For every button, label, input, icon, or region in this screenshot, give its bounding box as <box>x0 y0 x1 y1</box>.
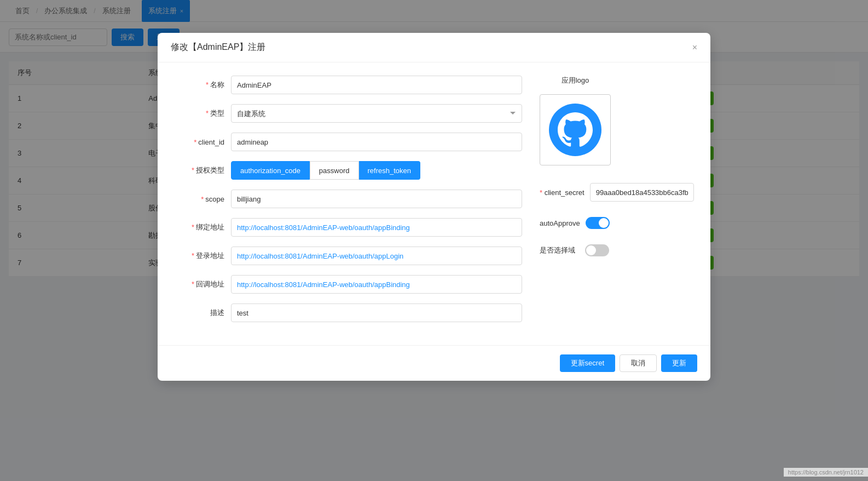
field-clientid-row: client_id <box>175 133 522 151</box>
domain-label: 是否选择域 <box>540 245 575 255</box>
svg-point-0 <box>549 104 601 156</box>
loginurl-label: 登录地址 <box>175 251 224 261</box>
modal-overlay: 修改【AdminEAP】注册 × 名称 类型 自建系统 <box>0 0 868 285</box>
clientid-input[interactable] <box>231 133 522 151</box>
github-logo-icon <box>548 102 603 157</box>
edit-modal: 修改【AdminEAP】注册 × 名称 类型 自建系统 <box>158 33 710 285</box>
modal-title: 修改【AdminEAP】注册 <box>171 42 265 53</box>
authtype-label: 授权类型 <box>175 165 224 175</box>
bindurl-input[interactable] <box>231 218 522 237</box>
scope-label: scope <box>175 195 224 203</box>
field-domain-row: 是否选择域 <box>540 244 693 256</box>
scope-input[interactable] <box>231 190 522 208</box>
auth-btn-password[interactable]: password <box>310 161 359 180</box>
name-input[interactable] <box>231 76 522 94</box>
form-right: 应用logo client_secret <box>540 76 693 285</box>
auth-btn-refresh-token[interactable]: refresh_token <box>359 161 421 180</box>
field-type-row: 类型 自建系统 <box>175 104 522 123</box>
domain-slider <box>585 244 609 256</box>
auto-approve-slider <box>586 217 610 229</box>
callbackurl-input[interactable] <box>231 275 522 285</box>
logo-box[interactable] <box>540 94 611 165</box>
client-secret-input[interactable] <box>590 183 694 202</box>
name-label: 名称 <box>175 80 224 90</box>
auth-btn-authorization-code[interactable]: authorization_code <box>231 161 310 180</box>
auth-type-group: authorization_code password refresh_toke… <box>231 161 522 180</box>
field-auto-approve-row: autoApprove <box>540 217 693 229</box>
form-layout: 名称 类型 自建系统 client_id <box>175 76 693 285</box>
logo-area: 应用logo <box>540 76 611 165</box>
loginurl-input[interactable] <box>231 247 522 265</box>
bindurl-label: 绑定地址 <box>175 222 224 232</box>
field-bindurl-row: 绑定地址 <box>175 218 522 237</box>
clientid-label: client_id <box>175 138 224 146</box>
modal-body: 名称 类型 自建系统 client_id <box>158 62 710 285</box>
modal-header: 修改【AdminEAP】注册 × <box>158 33 710 62</box>
field-callbackurl-row: 回调地址 <box>175 275 522 285</box>
client-secret-label: client_secret <box>540 188 585 197</box>
field-authtype-row: 授权类型 authorization_code password refresh… <box>175 161 522 180</box>
auto-approve-toggle[interactable] <box>586 217 610 229</box>
field-client-secret-row: client_secret <box>540 183 693 202</box>
field-loginurl-row: 登录地址 <box>175 247 522 265</box>
form-left: 名称 类型 自建系统 client_id <box>175 76 522 285</box>
callbackurl-label: 回调地址 <box>175 279 224 285</box>
field-name-row: 名称 <box>175 76 522 94</box>
auto-approve-label: autoApprove <box>540 219 580 227</box>
modal-close-button[interactable]: × <box>692 43 697 52</box>
domain-toggle[interactable] <box>585 244 609 256</box>
type-label: 类型 <box>175 108 224 118</box>
field-scope-row: scope <box>175 190 522 208</box>
logo-label: 应用logo <box>562 76 589 85</box>
type-select[interactable]: 自建系统 <box>231 104 522 123</box>
